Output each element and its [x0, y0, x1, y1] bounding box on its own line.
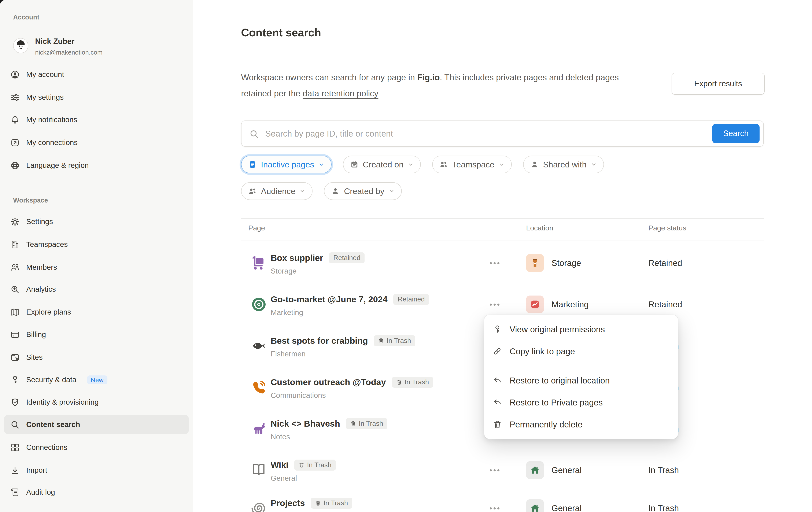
chevron-down-icon [408, 161, 414, 168]
filter-inactive-pages[interactable]: Inactive pages [241, 156, 331, 173]
menu-restore-original-location[interactable]: Restore to original location [484, 369, 678, 392]
sidebar-item-audit-log[interactable]: Audit log [4, 483, 188, 502]
row-actions-button[interactable] [490, 449, 499, 491]
filter-label: Teamspace [452, 160, 494, 169]
row-actions-button[interactable] [490, 487, 499, 512]
search-bar: Search [241, 120, 764, 147]
sidebar-item-import[interactable]: Import [4, 461, 188, 479]
page-subtitle: General [271, 474, 297, 483]
sidebar-item-label: My connections [26, 138, 78, 147]
target-icon [250, 295, 268, 314]
filter-label: Audience [261, 186, 295, 196]
menu-permanently-delete[interactable]: Permanently delete [484, 414, 678, 435]
menu-restore-private-pages[interactable]: Restore to Private pages [484, 392, 678, 414]
filter-teamspace[interactable]: Teamspace [432, 156, 512, 173]
trash-icon [298, 462, 304, 468]
sidebar-item-content-search[interactable]: Content search [4, 415, 188, 434]
notion-settings-window: Account Nick Zuber nickz@makenotion.com … [0, 0, 812, 512]
sidebar-item-settings[interactable]: Settings [4, 212, 188, 231]
retained-badge: Retained [394, 294, 429, 305]
sidebar-item-label: Teamspaces [26, 240, 68, 249]
sidebar-item-teamspaces[interactable]: Teamspaces [4, 235, 188, 254]
sidebar-item-label: Billing [26, 330, 46, 339]
filter-created-on[interactable]: Created on [343, 156, 421, 173]
settings-sidebar: Account Nick Zuber nickz@makenotion.com … [0, 0, 193, 512]
sidebar-item-connections[interactable]: Connections [4, 438, 188, 457]
page-title-cell: Box supplier [271, 253, 323, 263]
sidebar-item-my-settings[interactable]: My settings [4, 88, 188, 107]
data-retention-policy-link[interactable]: data retention policy [302, 89, 378, 98]
new-badge: New [87, 375, 107, 384]
export-results-button[interactable]: Export results [672, 73, 765, 95]
sidebar-item-sites[interactable]: Sites [4, 348, 188, 367]
sidebar-item-my-notifications[interactable]: My notifications [4, 110, 188, 129]
chevron-down-icon [499, 161, 504, 168]
sidebar-item-security-data[interactable]: Security & data New [4, 370, 188, 389]
restore-icon [492, 376, 502, 385]
column-header-location: Location [526, 224, 553, 233]
sidebar-item-label: Language & region [26, 161, 89, 170]
menu-view-original-permissions[interactable]: View original permissions [484, 319, 678, 340]
sidebar-item-billing[interactable]: Billing [4, 325, 188, 344]
page-title-cell: Best spots for crabbing [271, 336, 368, 346]
trash-icon [396, 379, 402, 385]
analytics-icon [10, 284, 20, 294]
page-title: Content search [241, 26, 321, 39]
building-icon [10, 240, 20, 249]
map-icon [10, 307, 20, 317]
sidebar-item-analytics[interactable]: Analytics [4, 280, 188, 299]
sidebar-item-my-connections[interactable]: My connections [4, 133, 188, 152]
chevron-down-icon [300, 188, 306, 194]
sliders-icon [10, 92, 20, 102]
sidebar-item-explore-plans[interactable]: Explore plans [4, 303, 188, 321]
filter-audience[interactable]: Audience [241, 182, 313, 200]
sidebar-item-label: Security & data [26, 375, 76, 384]
spiral-icon [250, 499, 268, 512]
page-status: Retained [648, 242, 682, 284]
chevron-down-icon [591, 161, 597, 168]
sidebar-item-label: My notifications [26, 115, 77, 124]
avatar [13, 38, 28, 53]
filter-shared-with[interactable]: Shared with [523, 156, 604, 173]
menu-copy-link[interactable]: Copy link to page [484, 340, 678, 362]
table-top-border [241, 218, 764, 218]
table-header-border [241, 241, 764, 241]
search-input[interactable] [264, 123, 697, 144]
in-trash-badge: In Trash [374, 335, 415, 346]
import-icon [10, 465, 20, 475]
sidebar-item-label: My account [26, 70, 64, 79]
sidebar-item-members[interactable]: Members [4, 258, 188, 276]
page-status: In Trash [648, 487, 679, 512]
handcart-icon [250, 254, 268, 272]
page-subtitle: Marketing [271, 308, 303, 317]
trash-icon [492, 420, 502, 429]
page-description: Workspace owners can search for any page… [241, 69, 643, 101]
chevron-down-icon [388, 188, 395, 194]
sidebar-item-language-region[interactable]: Language & region [4, 156, 188, 175]
sidebar-item-identity-provisioning[interactable]: Identity & provisioning [4, 393, 188, 411]
location-cell: General [526, 487, 581, 512]
audit-log-icon [10, 487, 20, 497]
search-button[interactable]: Search [712, 124, 759, 143]
location-label: General [551, 465, 581, 475]
link-icon [492, 347, 502, 356]
page-subtitle: Communications [271, 391, 326, 400]
location-label: General [551, 503, 581, 512]
home-icon [526, 461, 544, 479]
user-circle-icon [10, 69, 20, 79]
filter-row-1: Inactive pages Created on Teamspace Shar… [241, 156, 604, 173]
horse-icon [250, 419, 268, 438]
credit-card-icon [10, 330, 20, 339]
sidebar-item-label: Analytics [26, 285, 56, 294]
phone-icon [250, 378, 268, 397]
column-header-page: Page [248, 224, 265, 233]
sidebar-item-my-account[interactable]: My account [4, 65, 188, 84]
filter-created-by[interactable]: Created by [324, 182, 402, 200]
row-actions-button[interactable] [490, 242, 499, 284]
location-label: Marketing [551, 300, 589, 309]
sidebar-item-label: Identity & provisioning [26, 398, 98, 406]
key-icon [492, 325, 502, 334]
arrow-out-icon [10, 138, 20, 147]
title-divider [241, 58, 764, 58]
search-icon [249, 129, 259, 139]
